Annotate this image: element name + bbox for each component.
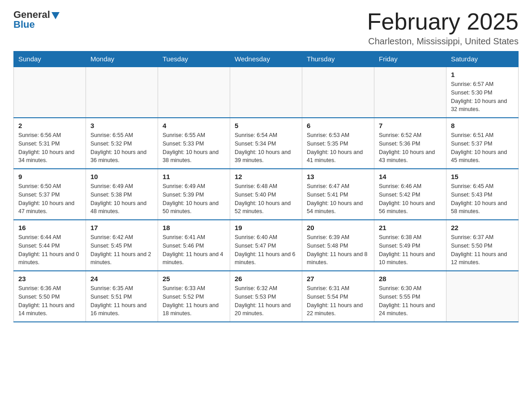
calendar-cell: 19 Sunrise: 6:40 AMSunset: 5:47 PMDaylig… (230, 220, 302, 271)
calendar-cell (14, 67, 86, 118)
calendar-table: Sunday Monday Tuesday Wednesday Thursday… (13, 51, 519, 322)
day-number: 22 (451, 224, 514, 231)
day-number: 20 (307, 224, 369, 231)
day-info: Sunrise: 6:52 AMSunset: 5:36 PMDaylight:… (379, 131, 442, 165)
weekday-header-row: Sunday Monday Tuesday Wednesday Thursday… (14, 51, 519, 67)
day-number: 10 (90, 173, 153, 180)
day-number: 26 (235, 275, 297, 283)
header-wednesday: Wednesday (230, 51, 302, 67)
header-friday: Friday (374, 51, 446, 67)
day-info: Sunrise: 6:49 AMSunset: 5:38 PMDaylight:… (90, 182, 153, 216)
calendar-week-row: 16 Sunrise: 6:44 AMSunset: 5:44 PMDaylig… (14, 220, 519, 271)
calendar-cell: 5 Sunrise: 6:54 AMSunset: 5:34 PMDayligh… (230, 118, 302, 169)
day-number: 6 (307, 122, 369, 129)
day-info: Sunrise: 6:37 AMSunset: 5:50 PMDaylight:… (451, 233, 514, 267)
day-info: Sunrise: 6:38 AMSunset: 5:49 PMDaylight:… (379, 233, 442, 267)
page-header: General Blue February 2025 Charleston, M… (13, 9, 519, 47)
logo: General Blue (13, 9, 60, 30)
calendar-cell (230, 67, 302, 118)
day-info: Sunrise: 6:41 AMSunset: 5:46 PMDaylight:… (163, 233, 225, 267)
day-info: Sunrise: 6:39 AMSunset: 5:48 PMDaylight:… (307, 233, 369, 267)
calendar-cell: 10 Sunrise: 6:49 AMSunset: 5:38 PMDaylig… (86, 169, 158, 220)
day-info: Sunrise: 6:46 AMSunset: 5:42 PMDaylight:… (379, 182, 442, 216)
calendar-cell (302, 67, 374, 118)
day-info: Sunrise: 6:45 AMSunset: 5:43 PMDaylight:… (451, 182, 514, 216)
calendar-cell: 17 Sunrise: 6:42 AMSunset: 5:45 PMDaylig… (86, 220, 158, 271)
calendar-cell: 21 Sunrise: 6:38 AMSunset: 5:49 PMDaylig… (374, 220, 446, 271)
calendar-cell: 11 Sunrise: 6:49 AMSunset: 5:39 PMDaylig… (158, 169, 230, 220)
day-info: Sunrise: 6:49 AMSunset: 5:39 PMDaylight:… (163, 182, 225, 216)
header-thursday: Thursday (302, 51, 374, 67)
day-info: Sunrise: 6:32 AMSunset: 5:53 PMDaylight:… (235, 284, 297, 318)
day-info: Sunrise: 6:44 AMSunset: 5:44 PMDaylight:… (18, 233, 81, 267)
day-info: Sunrise: 6:35 AMSunset: 5:51 PMDaylight:… (90, 284, 153, 318)
calendar-cell: 7 Sunrise: 6:52 AMSunset: 5:36 PMDayligh… (374, 118, 446, 169)
day-info: Sunrise: 6:53 AMSunset: 5:35 PMDaylight:… (307, 131, 369, 165)
day-number: 2 (18, 122, 81, 129)
day-number: 21 (379, 224, 442, 231)
calendar-cell: 18 Sunrise: 6:41 AMSunset: 5:46 PMDaylig… (158, 220, 230, 271)
header-sunday: Sunday (14, 51, 86, 67)
day-number: 1 (451, 71, 514, 78)
calendar-cell (374, 67, 446, 118)
calendar-cell (446, 271, 519, 322)
day-number: 16 (18, 224, 81, 231)
calendar-week-row: 23 Sunrise: 6:36 AMSunset: 5:50 PMDaylig… (14, 271, 519, 322)
calendar-cell: 26 Sunrise: 6:32 AMSunset: 5:53 PMDaylig… (230, 271, 302, 322)
day-number: 5 (235, 122, 297, 129)
calendar-cell (86, 67, 158, 118)
day-number: 19 (235, 224, 297, 231)
day-info: Sunrise: 6:40 AMSunset: 5:47 PMDaylight:… (235, 233, 297, 267)
calendar-cell: 12 Sunrise: 6:48 AMSunset: 5:40 PMDaylig… (230, 169, 302, 220)
svg-marker-0 (51, 12, 60, 19)
calendar-cell: 27 Sunrise: 6:31 AMSunset: 5:54 PMDaylig… (302, 271, 374, 322)
day-info: Sunrise: 6:33 AMSunset: 5:52 PMDaylight:… (163, 284, 225, 318)
day-number: 17 (90, 224, 153, 231)
calendar-week-row: 2 Sunrise: 6:56 AMSunset: 5:31 PMDayligh… (14, 118, 519, 169)
calendar-week-row: 9 Sunrise: 6:50 AMSunset: 5:37 PMDayligh… (14, 169, 519, 220)
logo-blue-text: Blue (13, 19, 35, 30)
day-number: 12 (235, 173, 297, 180)
day-number: 23 (18, 275, 81, 283)
day-info: Sunrise: 6:56 AMSunset: 5:31 PMDaylight:… (18, 131, 81, 165)
calendar-cell: 16 Sunrise: 6:44 AMSunset: 5:44 PMDaylig… (14, 220, 86, 271)
calendar-cell: 14 Sunrise: 6:46 AMSunset: 5:42 PMDaylig… (374, 169, 446, 220)
calendar-cell: 3 Sunrise: 6:55 AMSunset: 5:32 PMDayligh… (86, 118, 158, 169)
calendar-cell: 2 Sunrise: 6:56 AMSunset: 5:31 PMDayligh… (14, 118, 86, 169)
day-info: Sunrise: 6:48 AMSunset: 5:40 PMDaylight:… (235, 182, 297, 216)
calendar-cell: 6 Sunrise: 6:53 AMSunset: 5:35 PMDayligh… (302, 118, 374, 169)
day-info: Sunrise: 6:31 AMSunset: 5:54 PMDaylight:… (307, 284, 369, 318)
day-number: 9 (18, 173, 81, 180)
title-block: February 2025 Charleston, Mississippi, U… (367, 9, 519, 47)
day-info: Sunrise: 6:42 AMSunset: 5:45 PMDaylight:… (90, 233, 153, 267)
day-info: Sunrise: 6:57 AMSunset: 5:30 PMDaylight:… (451, 80, 514, 114)
day-number: 25 (163, 275, 225, 283)
day-number: 7 (379, 122, 442, 129)
day-number: 24 (90, 275, 153, 283)
day-info: Sunrise: 6:30 AMSunset: 5:55 PMDaylight:… (379, 284, 442, 318)
day-number: 11 (163, 173, 225, 180)
day-number: 18 (163, 224, 225, 231)
day-number: 27 (307, 275, 369, 283)
calendar-cell: 15 Sunrise: 6:45 AMSunset: 5:43 PMDaylig… (446, 169, 519, 220)
calendar-cell: 9 Sunrise: 6:50 AMSunset: 5:37 PMDayligh… (14, 169, 86, 220)
calendar-cell: 22 Sunrise: 6:37 AMSunset: 5:50 PMDaylig… (446, 220, 519, 271)
day-number: 14 (379, 173, 442, 180)
day-info: Sunrise: 6:55 AMSunset: 5:33 PMDaylight:… (163, 131, 225, 165)
header-saturday: Saturday (446, 51, 519, 67)
calendar-cell: 1 Sunrise: 6:57 AMSunset: 5:30 PMDayligh… (446, 67, 519, 118)
calendar-cell: 20 Sunrise: 6:39 AMSunset: 5:48 PMDaylig… (302, 220, 374, 271)
day-info: Sunrise: 6:36 AMSunset: 5:50 PMDaylight:… (18, 284, 81, 318)
calendar-cell: 24 Sunrise: 6:35 AMSunset: 5:51 PMDaylig… (86, 271, 158, 322)
month-title: February 2025 (367, 9, 519, 34)
calendar-cell: 23 Sunrise: 6:36 AMSunset: 5:50 PMDaylig… (14, 271, 86, 322)
day-info: Sunrise: 6:55 AMSunset: 5:32 PMDaylight:… (90, 131, 153, 165)
day-info: Sunrise: 6:51 AMSunset: 5:37 PMDaylight:… (451, 131, 514, 165)
logo-triangle-icon (51, 12, 60, 19)
day-number: 28 (379, 275, 442, 283)
header-monday: Monday (86, 51, 158, 67)
day-info: Sunrise: 6:54 AMSunset: 5:34 PMDaylight:… (235, 131, 297, 165)
day-number: 3 (90, 122, 153, 129)
day-number: 8 (451, 122, 514, 129)
calendar-week-row: 1 Sunrise: 6:57 AMSunset: 5:30 PMDayligh… (14, 67, 519, 118)
